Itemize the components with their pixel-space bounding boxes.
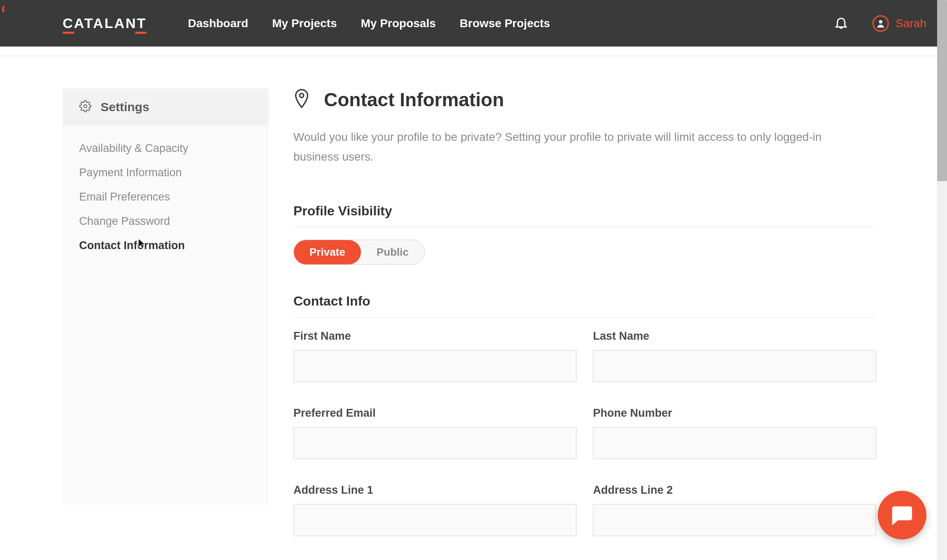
chat-icon xyxy=(890,502,914,528)
sidebar-item-email-preferences[interactable]: Email Preferences xyxy=(79,185,252,209)
main-nav: Dashboard My Projects My Proposals Brows… xyxy=(188,17,550,30)
scrollbar[interactable] xyxy=(937,0,947,560)
svg-point-2 xyxy=(300,93,304,98)
loading-spinner-icon xyxy=(2,4,12,14)
svg-point-1 xyxy=(84,105,87,108)
sidebar-item-contact-information[interactable]: Contact Information xyxy=(79,233,252,258)
settings-sidebar: Settings Availability & Capacity Payment… xyxy=(63,89,269,536)
sidebar-item-change-password[interactable]: Change Password xyxy=(79,209,252,233)
label-first-name: First Name xyxy=(293,330,577,343)
field-address-line-1: Address Line 1 xyxy=(293,484,577,536)
sidebar-header: Settings xyxy=(63,89,269,126)
nav-item-dashboard[interactable]: Dashboard xyxy=(188,17,248,30)
chat-widget-button[interactable] xyxy=(878,491,926,539)
field-phone-number: Phone Number xyxy=(593,407,876,459)
brand-logo[interactable]: CATALANT xyxy=(63,15,147,31)
avatar-icon xyxy=(872,15,889,32)
svg-point-0 xyxy=(879,20,882,23)
field-preferred-email: Preferred Email xyxy=(293,407,577,459)
label-last-name: Last Name xyxy=(593,330,876,343)
visibility-option-public[interactable]: Public xyxy=(361,240,424,264)
visibility-option-private[interactable]: Private xyxy=(294,240,361,264)
notifications-icon[interactable] xyxy=(834,15,849,32)
sidebar-title: Settings xyxy=(101,100,149,114)
nav-item-my-projects[interactable]: My Projects xyxy=(272,17,337,30)
label-preferred-email: Preferred Email xyxy=(293,407,577,420)
input-address-line-2[interactable] xyxy=(593,504,876,536)
header-shadow xyxy=(0,47,947,56)
label-address-line-2: Address Line 2 xyxy=(593,484,876,497)
gear-icon xyxy=(79,100,91,114)
page-title: Contact Information xyxy=(324,89,504,111)
section-contact-info: Contact Info xyxy=(293,294,876,317)
sidebar-item-availability[interactable]: Availability & Capacity xyxy=(79,136,252,161)
visibility-toggle: Private Public xyxy=(293,240,425,265)
section-profile-visibility: Profile Visibility xyxy=(293,203,876,227)
user-name: Sarah xyxy=(895,17,926,30)
field-first-name: First Name xyxy=(293,330,577,382)
field-address-line-2: Address Line 2 xyxy=(593,484,876,536)
page-description: Would you like your profile to be privat… xyxy=(293,127,870,166)
main-content: Contact Information Would you like your … xyxy=(293,89,884,536)
nav-item-browse-projects[interactable]: Browse Projects xyxy=(460,17,550,30)
field-last-name: Last Name xyxy=(593,330,876,382)
input-address-line-1[interactable] xyxy=(293,504,577,536)
label-phone-number: Phone Number xyxy=(593,407,876,420)
user-menu[interactable]: Sarah xyxy=(872,15,926,32)
input-phone-number[interactable] xyxy=(593,427,876,459)
input-last-name[interactable] xyxy=(593,350,876,382)
app-header: CATALANT Dashboard My Projects My Propos… xyxy=(0,0,947,47)
label-address-line-1: Address Line 1 xyxy=(293,484,577,497)
sidebar-item-payment[interactable]: Payment Information xyxy=(79,161,252,185)
nav-item-my-proposals[interactable]: My Proposals xyxy=(361,17,436,30)
input-preferred-email[interactable] xyxy=(293,427,577,459)
input-first-name[interactable] xyxy=(293,350,577,382)
location-pin-icon xyxy=(293,89,310,110)
scrollbar-thumb[interactable] xyxy=(937,0,947,181)
